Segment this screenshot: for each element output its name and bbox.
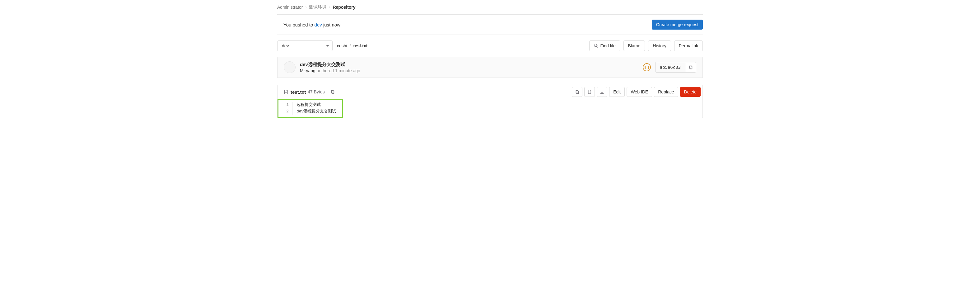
edit-button[interactable]: Edit (609, 87, 625, 97)
line-number[interactable]: 1 (278, 102, 293, 109)
file-header: test.txt 47 Bytes Edit Web IDE Replace D… (277, 85, 703, 99)
permalink-button[interactable]: Permalink (674, 40, 703, 51)
download-icon (600, 90, 604, 94)
chevron-right-icon: › (329, 5, 330, 10)
line-number[interactable]: 2 (278, 109, 293, 115)
branch-selector[interactable]: dev (277, 40, 332, 51)
commit-info-row: dev远程提分支交测试 Mr.yang authored 1 minute ag… (277, 57, 703, 78)
current-file-name: test.txt (353, 43, 368, 48)
line-content[interactable]: 远程提交测试 (293, 102, 327, 109)
breadcrumb: Administrator › 测试环境 › Repository (277, 0, 703, 14)
chevron-right-icon: › (305, 5, 307, 10)
copy-icon (575, 90, 579, 94)
history-button[interactable]: History (648, 40, 671, 51)
push-branch-link[interactable]: dev (315, 22, 322, 27)
breadcrumb-item-env[interactable]: 测试环境 (309, 4, 326, 10)
create-merge-request-button[interactable]: Create merge request (652, 20, 703, 30)
commit-meta: Mr.yang authored 1 minute ago (300, 68, 360, 73)
download-button[interactable] (597, 87, 607, 97)
find-file-button[interactable]: Find file (589, 40, 620, 51)
pause-icon (644, 66, 649, 69)
highlighted-region: 1 远程提交测试 2 dev远程提分支交测试 (277, 99, 343, 118)
copy-contents-button[interactable] (572, 87, 582, 97)
commit-title[interactable]: dev远程提分支交测试 (300, 62, 360, 67)
pipeline-status-icon[interactable] (643, 63, 651, 71)
commit-sha[interactable]: ab5e6c03 (655, 62, 685, 72)
copy-path-button[interactable] (330, 90, 335, 94)
avatar[interactable] (284, 61, 296, 73)
breadcrumb-item-admin[interactable]: Administrator (277, 5, 303, 10)
web-ide-button[interactable]: Web IDE (627, 87, 652, 97)
path-segment[interactable]: ceshi (337, 43, 347, 48)
path-separator: / (350, 43, 351, 48)
commit-sha-group: ab5e6c03 (655, 62, 696, 73)
delete-button[interactable]: Delete (680, 87, 701, 97)
replace-button[interactable]: Replace (654, 87, 678, 97)
code-line[interactable]: 1 远程提交测试 (278, 102, 342, 109)
file-name: test.txt (291, 89, 306, 95)
commit-author-link[interactable]: Mr.yang (300, 68, 315, 73)
file-navigation: dev ceshi / test.txt Find file Blame His… (277, 35, 703, 57)
copy-icon (689, 65, 693, 69)
push-message: You pushed to dev just now (283, 22, 340, 27)
document-icon (587, 90, 592, 94)
code-line[interactable]: 2 dev远程提分支交测试 (278, 109, 342, 115)
chevron-down-icon (326, 44, 329, 47)
file-size: 47 Bytes (308, 89, 325, 94)
breadcrumb-current: Repository (332, 5, 355, 10)
line-content[interactable]: dev远程提分支交测试 (293, 109, 342, 115)
copy-sha-button[interactable] (685, 62, 696, 72)
document-icon (284, 89, 289, 94)
push-notification: You pushed to dev just now Create merge … (277, 14, 703, 35)
search-icon (594, 44, 598, 48)
copy-icon (330, 90, 335, 94)
branch-name: dev (282, 43, 289, 48)
blame-button[interactable]: Blame (624, 40, 645, 51)
code-viewer: 1 远程提交测试 2 dev远程提分支交测试 (277, 99, 703, 118)
file-path: ceshi / test.txt (337, 43, 368, 48)
raw-button[interactable] (584, 87, 595, 97)
